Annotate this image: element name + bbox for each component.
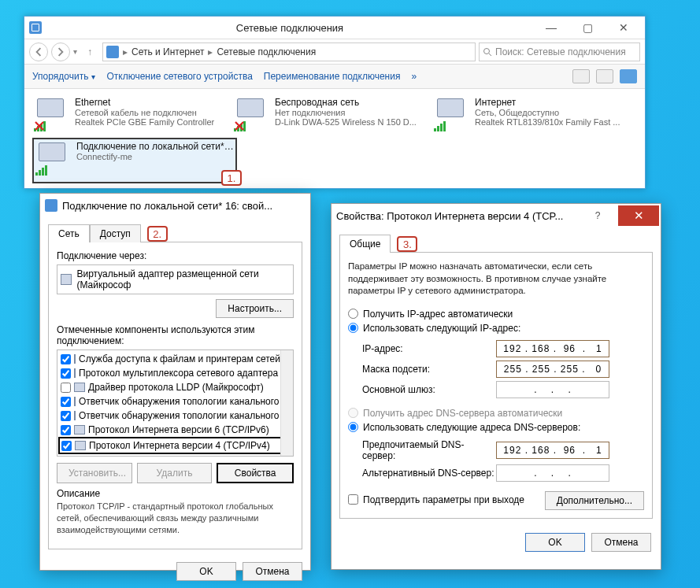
connection-icon bbox=[234, 97, 269, 131]
view-icon[interactable] bbox=[572, 69, 590, 83]
component-checkbox[interactable] bbox=[61, 383, 71, 393]
tcpip-properties-dialog: Свойства: Протокол Интернета версии 4 (T… bbox=[331, 203, 661, 570]
more-button[interactable]: » bbox=[411, 71, 417, 82]
description-body: Протокол TCP/IP - стандартный протокол г… bbox=[57, 501, 294, 536]
svg-point-0 bbox=[484, 48, 490, 54]
explorer-window: Сетевые подключения — ▢ ✕ ▾ ↑ ▸ Сеть и И… bbox=[24, 16, 646, 189]
remove-button[interactable]: Удалить bbox=[137, 463, 213, 483]
tab-body: Подключение через: Виртуальный адаптер р… bbox=[48, 242, 302, 549]
component-item[interactable]: Ответчик обнаружения топологии канальног… bbox=[59, 409, 291, 423]
component-label: Служба доступа к файлам и принтерам сете… bbox=[79, 353, 294, 364]
connection-detail: Connectify-me bbox=[76, 152, 234, 161]
connection-text: Беспроводная сетьНет подключенияD-Link D… bbox=[275, 97, 428, 127]
component-checkbox[interactable] bbox=[61, 354, 71, 364]
connection-icon bbox=[34, 97, 69, 131]
connect-via-label: Подключение через: bbox=[57, 250, 294, 261]
component-item[interactable]: Ответчик обнаружения топологии канальног… bbox=[59, 394, 291, 409]
connection-item[interactable]: ИнтернетСеть, ОбщедоступноRealtek RTL813… bbox=[432, 95, 629, 135]
ok-button[interactable]: OK bbox=[176, 562, 236, 581]
dns-fields: Предпочитаемый DNS-сервер: Альтернативны… bbox=[348, 439, 644, 482]
description-group: Описание Протокол TCP/IP - стандартный п… bbox=[57, 483, 294, 536]
scrollbar[interactable] bbox=[280, 350, 293, 456]
cancel-button[interactable]: Отмена bbox=[243, 562, 302, 581]
ip-radio-group: Получить IP-адрес автоматически Использо… bbox=[348, 307, 644, 335]
back-button[interactable] bbox=[29, 43, 48, 61]
history-chevron-icon[interactable]: ▾ bbox=[73, 47, 77, 56]
component-item[interactable]: Протокол Интернета версии 6 (TCP/IPv6) bbox=[59, 423, 291, 437]
toolbar-right bbox=[572, 69, 637, 83]
breadcrumb[interactable]: ▸ Сеть и Интернет ▸ Сетевые подключения bbox=[102, 43, 476, 61]
mask-input[interactable] bbox=[498, 362, 608, 376]
rename-connection-button[interactable]: Переименование подключения bbox=[264, 71, 401, 82]
network-icon bbox=[45, 199, 57, 212]
connection-item[interactable]: Подключение по локальной сети* 16Connect… bbox=[32, 138, 237, 183]
callout-marker-3: 3. bbox=[397, 236, 417, 252]
connection-text: ИнтернетСеть, ОбщедоступноRealtek RTL813… bbox=[475, 97, 628, 127]
component-item[interactable]: Служба доступа к файлам и принтерам сете… bbox=[59, 352, 291, 366]
cancel-button[interactable]: Отмена bbox=[591, 533, 651, 552]
configure-button[interactable]: Настроить... bbox=[216, 299, 294, 318]
component-checkbox[interactable] bbox=[61, 368, 71, 379]
breadcrumb-segment[interactable]: Сетевые подключения bbox=[217, 46, 316, 57]
minimize-button[interactable]: — bbox=[533, 18, 569, 37]
dns-alt-input[interactable] bbox=[498, 466, 608, 480]
tab-general[interactable]: Общие bbox=[339, 235, 391, 253]
tab-strip: Сеть Доступ 2. bbox=[40, 217, 310, 242]
install-button[interactable]: Установить... bbox=[57, 463, 132, 483]
organize-button[interactable]: Упорядочить bbox=[32, 71, 95, 82]
component-checkbox[interactable] bbox=[61, 397, 71, 407]
navbar: ▾ ↑ ▸ Сеть и Интернет ▸ Сетевые подключе… bbox=[24, 39, 645, 64]
confirm-exit-label: Подтвердить параметры при выходе bbox=[363, 494, 524, 505]
component-item[interactable]: Протокол мультиплексора сетевого адаптер… bbox=[59, 366, 291, 380]
tab-body: Параметры IP можно назначать автоматичес… bbox=[339, 252, 653, 519]
confirm-exit-checkbox[interactable] bbox=[348, 494, 358, 505]
component-icon bbox=[74, 397, 76, 406]
window-buttons: — ▢ ✕ bbox=[533, 18, 642, 37]
components-list[interactable]: Служба доступа к файлам и принтерам сете… bbox=[57, 349, 294, 457]
dns-pref-input[interactable] bbox=[498, 443, 608, 457]
connection-text: Подключение по локальной сети* 16Connect… bbox=[76, 141, 234, 161]
close-button[interactable]: ✕ bbox=[606, 18, 642, 37]
dns-manual-label: Использовать следующие адреса DNS-сервер… bbox=[363, 422, 580, 433]
help-button[interactable]: ? bbox=[582, 207, 613, 224]
close-button[interactable]: ✕ bbox=[618, 205, 659, 226]
help-icon[interactable] bbox=[620, 69, 637, 83]
advanced-button[interactable]: Дополнительно... bbox=[545, 491, 644, 510]
forward-button[interactable] bbox=[51, 43, 70, 61]
ip-auto-radio[interactable] bbox=[348, 309, 358, 319]
component-label: Протокол Интернета версии 6 (TCP/IPv6) bbox=[88, 424, 269, 435]
search-input[interactable]: Поиск: Сетевые подключения bbox=[479, 43, 640, 61]
components-label: Отмеченные компоненты используются этим … bbox=[57, 318, 294, 346]
ip-input[interactable] bbox=[498, 342, 608, 356]
gateway-input[interactable] bbox=[498, 383, 608, 397]
ok-button[interactable]: OK bbox=[525, 533, 585, 552]
dialog-title: Свойства: Протокол Интернета версии 4 (T… bbox=[336, 210, 577, 222]
component-checkbox[interactable] bbox=[61, 411, 71, 421]
properties-button[interactable]: Свойства bbox=[217, 463, 294, 483]
component-item[interactable]: Протокол Интернета версии 4 (TCP/IPv4) bbox=[58, 437, 292, 454]
breadcrumb-segment[interactable]: Сеть и Интернет bbox=[131, 46, 204, 57]
dns-auto-radio[interactable] bbox=[348, 408, 358, 418]
dns-pref-label: Предпочитаемый DNS-сервер: bbox=[362, 439, 496, 461]
tab-network[interactable]: Сеть bbox=[48, 224, 90, 242]
mask-label: Маска подсети: bbox=[362, 364, 496, 375]
callout-marker-1: 1. bbox=[221, 170, 242, 186]
maximize-button[interactable]: ▢ bbox=[569, 18, 606, 37]
up-button[interactable]: ↑ bbox=[80, 43, 99, 61]
ip-manual-radio[interactable] bbox=[348, 323, 358, 333]
tab-access[interactable]: Доступ bbox=[90, 224, 141, 242]
dns-alt-label: Альтернативный DNS-сервер: bbox=[362, 468, 496, 479]
details-pane-icon[interactable] bbox=[596, 69, 613, 83]
dns-manual-radio[interactable] bbox=[348, 422, 358, 432]
connection-item[interactable]: EthernetСетевой кабель не подключенRealt… bbox=[32, 95, 229, 135]
component-item[interactable]: Драйвер протокола LLDP (Майкрософт) bbox=[59, 380, 291, 394]
disable-device-button[interactable]: Отключение сетевого устройства bbox=[106, 71, 252, 82]
connection-detail: Realtek RTL8139/810x Family Fast ... bbox=[475, 117, 628, 127]
component-label: Протокол мультиплексора сетевого адаптер… bbox=[79, 368, 294, 379]
component-checkbox[interactable] bbox=[61, 425, 71, 435]
component-checkbox[interactable] bbox=[61, 441, 72, 451]
component-icon bbox=[74, 368, 76, 378]
connection-detail: D-Link DWA-525 Wireless N 150 D... bbox=[275, 117, 428, 127]
component-icon bbox=[74, 354, 76, 364]
connection-item[interactable]: Беспроводная сетьНет подключенияD-Link D… bbox=[232, 95, 429, 135]
